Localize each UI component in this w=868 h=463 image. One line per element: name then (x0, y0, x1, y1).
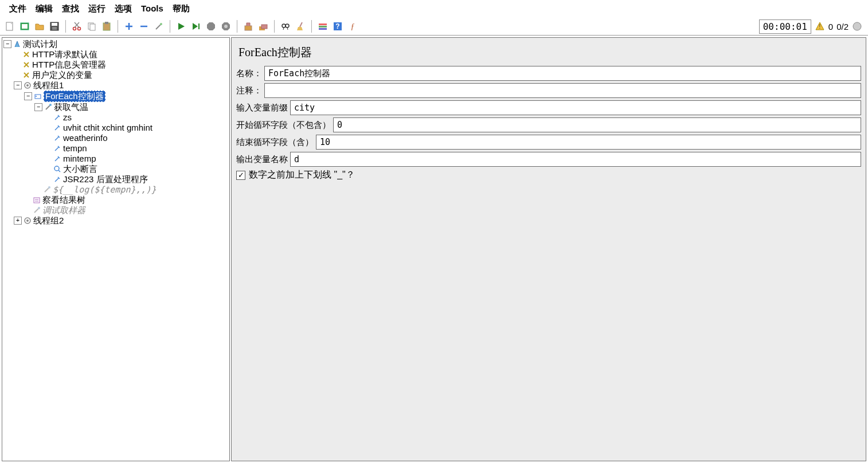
clear-icon[interactable] (241, 19, 256, 34)
thread-count: 0/2 (836, 22, 849, 32)
tree-size-assertion[interactable]: 大小断言 (45, 164, 228, 174)
menu-search[interactable]: 查找 (57, 2, 84, 15)
tree-header-manager[interactable]: HTTP信息头管理器 (14, 60, 228, 70)
svg-rect-5 (52, 27, 57, 30)
comment-input[interactable] (264, 83, 861, 98)
run-icon[interactable] (174, 19, 189, 34)
tree-debug-sampler[interactable]: 调试取样器 (24, 205, 228, 215)
postprocessor-icon (53, 175, 62, 184)
svg-text:ƒ: ƒ (351, 22, 355, 31)
menu-help[interactable]: 帮助 (168, 2, 194, 15)
start-index-input[interactable] (333, 117, 861, 132)
broom-icon[interactable] (293, 19, 308, 34)
threadgroup-icon (23, 81, 32, 90)
menu-run[interactable]: 运行 (84, 2, 110, 15)
svg-rect-11 (105, 22, 108, 24)
svg-rect-2 (22, 24, 28, 29)
templates-icon[interactable] (17, 19, 32, 34)
svg-rect-15 (245, 26, 252, 30)
tree-foreach-controller[interactable]: − ForEach控制器 (24, 91, 228, 102)
extractor-icon (53, 154, 62, 163)
expand-icon[interactable]: + (14, 217, 22, 225)
warning-icon[interactable]: ! (815, 21, 825, 32)
function-icon[interactable]: ƒ (345, 19, 360, 34)
config-icon (22, 50, 31, 59)
tree-root[interactable]: − 测试计划 (3, 39, 228, 49)
input-prefix-input[interactable] (290, 100, 861, 115)
svg-rect-17 (261, 25, 267, 29)
menu-edit[interactable]: 编辑 (31, 2, 57, 15)
sampler-icon (32, 206, 41, 215)
menu-bar: 文件 编辑 查找 运行 选项 Tools 帮助 (0, 0, 868, 18)
minus-icon[interactable] (136, 19, 151, 34)
sampler-icon (44, 103, 53, 112)
underscore-label: 数字之前加上下划线 "_"？ (249, 169, 355, 181)
elapsed-timer: 00:00:01 (759, 19, 811, 34)
sampler-icon (42, 185, 52, 194)
underscore-checkbox[interactable]: ✓ (236, 171, 245, 180)
input-prefix-label: 输入变量前缀 (236, 103, 290, 113)
copy-icon[interactable] (84, 19, 99, 34)
menu-file[interactable]: 文件 (5, 2, 31, 15)
collapse-icon[interactable]: − (3, 40, 11, 48)
collapse-icon[interactable]: − (34, 103, 42, 111)
toolbar: ? ƒ 00:00:01 ! 0 0/2 (0, 18, 868, 36)
threadgroup-icon (23, 216, 32, 225)
open-folder-icon[interactable] (32, 19, 47, 34)
tree-jsr223[interactable]: JSR223 后置处理程序 (45, 174, 228, 185)
shutdown-icon[interactable] (218, 19, 233, 34)
help-icon[interactable]: ? (330, 19, 345, 34)
wand-icon[interactable] (151, 19, 166, 34)
editor-panel: ForEach控制器 名称： 注释： 输入变量前缀 开始循环字段（不包含） 结束… (231, 37, 866, 461)
output-var-input[interactable] (290, 152, 861, 167)
tree-threadgroup-2[interactable]: + 线程组2 (14, 215, 228, 226)
tree-threadgroup-1[interactable]: − 线程组1 (14, 80, 228, 91)
svg-rect-35 (34, 198, 40, 203)
tree-var-tempn[interactable]: tempn (45, 143, 228, 154)
save-icon[interactable] (47, 19, 62, 34)
tree-var-uvhit[interactable]: uvhit cthit xchint gmhint (45, 123, 228, 133)
collapse-icon[interactable]: − (24, 92, 32, 100)
plus-icon[interactable] (122, 19, 136, 34)
menu-options[interactable]: 选项 (110, 2, 136, 15)
extractor-icon (53, 144, 62, 153)
menu-tools[interactable]: Tools (136, 2, 168, 15)
collapse-icon[interactable]: − (14, 81, 22, 89)
end-index-input[interactable] (316, 135, 861, 150)
search-icon[interactable] (278, 19, 293, 34)
tree-view-results[interactable]: 察看结果树 (24, 195, 228, 205)
svg-rect-21 (319, 26, 327, 28)
tree-weather-sampler[interactable]: − 获取气温 (34, 102, 228, 112)
extractor-icon (53, 113, 62, 122)
svg-rect-20 (319, 23, 327, 25)
main-split: − 测试计划 HTTP请求默认值 HTTP信息头管理器 用户定义的变量 − 线程… (0, 36, 868, 463)
tree-panel[interactable]: − 测试计划 HTTP请求默认值 HTTP信息头管理器 用户定义的变量 − 线程… (2, 37, 230, 461)
svg-point-18 (282, 24, 286, 28)
tree-log-expr[interactable]: ${__log(${tempn},,)} (34, 185, 228, 195)
tree-user-vars[interactable]: 用户定义的变量 (14, 70, 228, 80)
tree-var-weatherinfo[interactable]: weatherinfo (45, 133, 228, 143)
svg-point-38 (26, 219, 29, 222)
listener-icon (32, 195, 41, 205)
paste-icon[interactable] (99, 19, 114, 34)
new-file-icon[interactable] (2, 19, 17, 34)
name-input[interactable] (264, 66, 861, 81)
cut-icon[interactable] (69, 19, 84, 34)
testplan-icon (13, 40, 22, 49)
toggle-icon[interactable] (315, 19, 330, 34)
status-indicator-icon (852, 21, 862, 32)
tree-var-mintemp[interactable]: mintemp (45, 154, 228, 164)
svg-rect-22 (319, 28, 327, 30)
svg-point-12 (160, 23, 162, 25)
clear-all-icon[interactable] (256, 19, 271, 34)
run-no-pause-icon[interactable] (189, 19, 204, 34)
stop-icon[interactable] (204, 19, 218, 34)
svg-point-34 (48, 186, 50, 189)
svg-text:!: ! (819, 23, 820, 30)
controller-icon (33, 92, 42, 101)
extractor-icon (53, 123, 62, 132)
tree-http-defaults[interactable]: HTTP请求默认值 (14, 49, 228, 60)
svg-point-31 (36, 96, 37, 97)
tree-var-zs[interactable]: zs (45, 112, 228, 123)
svg-point-27 (853, 22, 861, 30)
